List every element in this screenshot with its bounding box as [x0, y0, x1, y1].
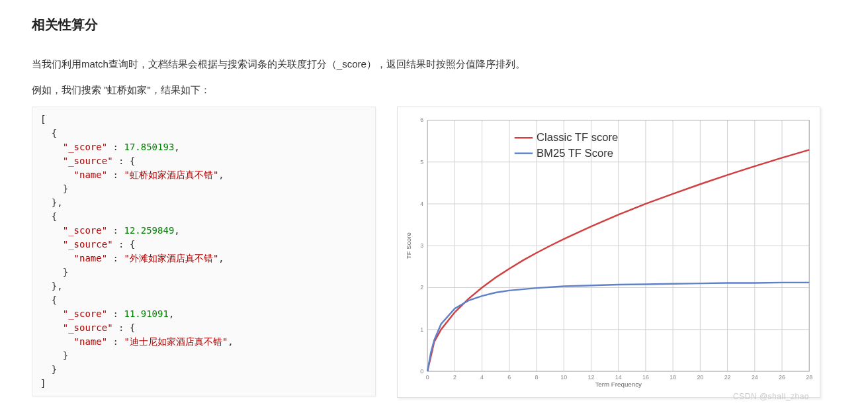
svg-text:2: 2 [453, 374, 456, 381]
svg-text:3: 3 [420, 242, 423, 249]
tf-score-chart: 0123456 0246810121416182022242628 TF Sco… [397, 107, 820, 398]
svg-text:28: 28 [806, 374, 812, 381]
svg-text:0: 0 [420, 368, 423, 375]
svg-text:TF Score: TF Score [405, 232, 412, 259]
svg-text:Classic TF score: Classic TF score [537, 131, 618, 144]
svg-text:6: 6 [420, 116, 423, 123]
paragraph-1: 当我们利用match查询时，文档结果会根据与搜索词条的关联度打分（_score）… [32, 55, 836, 73]
svg-text:6: 6 [507, 374, 511, 381]
svg-text:22: 22 [724, 374, 731, 381]
svg-text:BM25 TF Score: BM25 TF Score [537, 147, 613, 160]
svg-text:20: 20 [697, 374, 703, 381]
svg-text:1: 1 [420, 326, 423, 333]
intro-block: 当我们利用match查询时，文档结果会根据与搜索词条的关联度打分（_score）… [32, 55, 836, 99]
svg-text:14: 14 [615, 374, 622, 381]
svg-text:26: 26 [779, 374, 785, 381]
svg-text:0: 0 [426, 374, 429, 381]
svg-text:10: 10 [560, 374, 567, 381]
chart-svg: 0123456 0246810121416182022242628 TF Sco… [402, 111, 816, 393]
svg-text:18: 18 [670, 374, 676, 381]
svg-text:16: 16 [642, 374, 649, 381]
watermark: CSDN @shall_zhao [733, 392, 809, 401]
svg-text:4: 4 [480, 374, 484, 381]
json-result-code: [ { "_score" : 17.850193, "_source" : { … [32, 107, 376, 396]
svg-text:12: 12 [588, 374, 595, 381]
columns: [ { "_score" : 17.850193, "_source" : { … [32, 107, 836, 398]
heading: 相关性算分 [32, 16, 836, 34]
svg-text:24: 24 [752, 374, 758, 381]
svg-text:8: 8 [535, 374, 539, 381]
svg-text:4: 4 [420, 201, 423, 207]
svg-text:5: 5 [420, 159, 423, 165]
paragraph-2: 例如，我们搜索 "虹桥如家"，结果如下： [32, 81, 836, 99]
svg-text:Term Frequency: Term Frequency [595, 381, 642, 388]
svg-text:2: 2 [420, 284, 423, 291]
